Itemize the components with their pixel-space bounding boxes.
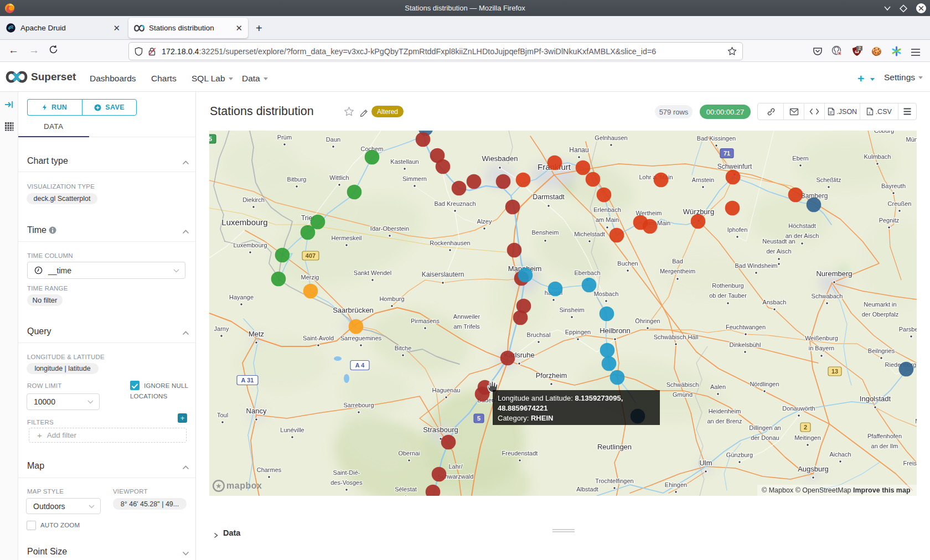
svg-text:Donauwörth: Donauwörth xyxy=(782,405,815,412)
svg-text:A 31: A 31 xyxy=(241,377,254,383)
svg-text:Heidenheim: Heidenheim xyxy=(709,408,741,414)
svg-text:Bensheim: Bensheim xyxy=(532,229,559,236)
svg-text:Lunéville: Lunéville xyxy=(280,427,304,433)
svg-text:Nuremberg: Nuremberg xyxy=(816,269,852,278)
svg-text:Weißenburg: Weißenburg xyxy=(805,335,838,341)
svg-text:Homburg: Homburg xyxy=(379,295,404,302)
svg-text:Metz: Metz xyxy=(249,330,264,338)
svg-text:Luxembourg: Luxembourg xyxy=(221,217,267,227)
svg-text:Prüm: Prüm xyxy=(277,134,292,141)
svg-text:Lahr/: Lahr/ xyxy=(448,463,463,470)
svg-text:Longitude and Latitude: 8.1359: Longitude and Latitude: 8.1359273095, xyxy=(498,394,623,402)
svg-text:Saint-Dié-: Saint-Dié- xyxy=(333,469,360,476)
svg-text:Parsberg: Parsberg xyxy=(899,326,917,333)
svg-text:Gmünd: Gmünd xyxy=(673,391,693,398)
svg-text:an der Ilm: an der Ilm xyxy=(871,443,898,449)
svg-text:Michelstadt: Michelstadt xyxy=(574,231,605,237)
svg-text:© Mapbox © OpenStreetMap Impro: © Mapbox © OpenStreetMap Improve this ma… xyxy=(762,486,911,494)
svg-text:Kastellaun: Kastellaun xyxy=(390,158,418,165)
svg-text:Darmstadt: Darmstadt xyxy=(533,193,565,201)
svg-text:Aichach: Aichach xyxy=(829,451,851,458)
svg-text:Wittlich: Wittlich xyxy=(329,174,349,181)
svg-text:Kulmbach: Kulmbach xyxy=(864,153,891,160)
svg-text:Albstadt: Albstadt xyxy=(576,486,598,492)
svg-text:Dillingen an: Dillingen an xyxy=(749,424,781,431)
svg-text:Bad Kissingen: Bad Kissingen xyxy=(697,135,736,142)
svg-text:Luxembourg: Luxembourg xyxy=(233,242,267,248)
svg-text:Merzig: Merzig xyxy=(301,274,319,281)
svg-text:Annweiler: Annweiler xyxy=(453,313,480,320)
svg-text:Sarreguemines: Sarreguemines xyxy=(340,335,382,341)
svg-text:Pforzheim: Pforzheim xyxy=(536,372,567,380)
svg-text:Bitburg: Bitburg xyxy=(287,176,307,183)
svg-text:Arnstein: Arnstein xyxy=(692,177,714,183)
svg-text:am Main: am Main xyxy=(596,216,619,223)
svg-text:Aalen: Aalen xyxy=(710,383,726,390)
svg-text:Sankt Wendel: Sankt Wendel xyxy=(354,269,391,276)
svg-text:Category: RHEIN: Category: RHEIN xyxy=(498,414,553,422)
svg-text:Bad Windsheim: Bad Windsheim xyxy=(735,262,777,269)
svg-text:Dinkelsbühl: Dinkelsbühl xyxy=(730,341,761,348)
svg-text:Obernai: Obernai xyxy=(398,450,420,457)
svg-text:Simmern: Simmern xyxy=(402,175,427,182)
svg-text:Erlenbach: Erlenbach xyxy=(593,206,621,213)
svg-text:Saarbrücken: Saarbrücken xyxy=(333,306,374,314)
svg-text:Rockenhausen: Rockenhausen xyxy=(430,240,470,246)
svg-text:Öhringen: Öhringen xyxy=(635,318,660,324)
svg-text:Toul: Toul xyxy=(217,412,228,418)
svg-text:Creußen: Creußen xyxy=(888,200,912,207)
svg-text:Reutlingen: Reutlingen xyxy=(597,443,632,451)
svg-text:Schweinfurt: Schweinfurt xyxy=(717,163,752,170)
svg-text:Sarrebourg: Sarrebourg xyxy=(343,402,374,408)
svg-text:A 4: A 4 xyxy=(355,362,365,369)
svg-text:Ulm: Ulm xyxy=(699,459,712,467)
svg-text:Bruchsal: Bruchsal xyxy=(527,331,551,338)
svg-text:5: 5 xyxy=(477,415,480,422)
svg-text:der Donau: der Donau xyxy=(751,434,779,441)
svg-text:Saint-Avold: Saint-Avold xyxy=(303,335,334,341)
svg-text:Bitche: Bitche xyxy=(395,345,412,351)
svg-text:Diekirch: Diekirch xyxy=(242,196,265,203)
svg-text:Nördlingen: Nördlingen xyxy=(750,381,779,387)
svg-text:Neumarkt in: Neumarkt in xyxy=(864,301,896,308)
svg-text:Freisi: Freisi xyxy=(903,460,917,466)
svg-text:Bad Kreuznach: Bad Kreuznach xyxy=(434,200,476,207)
svg-text:Rothenburg: Rothenburg xyxy=(712,282,744,289)
svg-text:Ingolstadt: Ingolstadt xyxy=(860,395,891,403)
svg-text:Wiesbaden: Wiesbaden xyxy=(482,154,518,163)
svg-text:der Oberpfalz: der Oberpfalz xyxy=(862,311,899,318)
svg-text:an der Brenz: an der Brenz xyxy=(707,418,742,424)
svg-text:Pfaffenhofen: Pfaffenhofen xyxy=(867,433,902,439)
svg-text:Sélestat: Sélestat xyxy=(395,486,417,492)
svg-text:5: 5 xyxy=(209,136,212,142)
svg-text:Bayreuth: Bayreuth xyxy=(881,183,906,189)
svg-text:Günzburg: Günzburg xyxy=(726,452,753,458)
svg-text:Eppingen: Eppingen xyxy=(565,329,591,335)
svg-text:Freudenstadt: Freudenstadt xyxy=(502,450,538,457)
svg-text:71: 71 xyxy=(724,150,730,157)
svg-text:Nancy: Nancy xyxy=(246,407,267,415)
svg-text:der Aisch: der Aisch xyxy=(766,248,791,255)
svg-text:Feuchtwangen: Feuchtwangen xyxy=(726,324,766,330)
svg-text:Jarny: Jarny xyxy=(214,325,229,332)
svg-text:★: ★ xyxy=(216,483,221,489)
svg-text:Hermeskeil: Hermeskeil xyxy=(331,235,361,241)
svg-text:Sinsheim: Sinsheim xyxy=(559,307,584,313)
svg-text:ob der Tauber: ob der Tauber xyxy=(709,292,747,299)
svg-text:Buchen: Buchen xyxy=(617,260,638,267)
svg-text:am Trifels: am Trifels xyxy=(453,323,480,330)
svg-text:48.8859674221: 48.8859674221 xyxy=(498,404,547,412)
svg-text:Hayange: Hayange xyxy=(229,294,254,300)
svg-text:2: 2 xyxy=(804,424,807,431)
svg-text:Schwäbisch Hall: Schwäbisch Hall xyxy=(654,334,699,340)
svg-text:Charmes: Charmes xyxy=(257,466,282,473)
svg-text:407: 407 xyxy=(306,252,316,259)
svg-text:Gelnhausen: Gelnhausen xyxy=(595,134,627,141)
svg-text:Mosbach: Mosbach xyxy=(594,291,619,297)
svg-text:Beilngries: Beilngries xyxy=(868,348,895,354)
svg-text:Pegnitz: Pegnitz xyxy=(879,217,900,224)
svg-text:2: 2 xyxy=(858,46,861,51)
svg-text:Kaiserslautern: Kaiserslautern xyxy=(422,271,464,278)
svg-text:Ebern: Ebern xyxy=(792,155,808,162)
svg-text:in Bayern: in Bayern xyxy=(809,345,834,351)
